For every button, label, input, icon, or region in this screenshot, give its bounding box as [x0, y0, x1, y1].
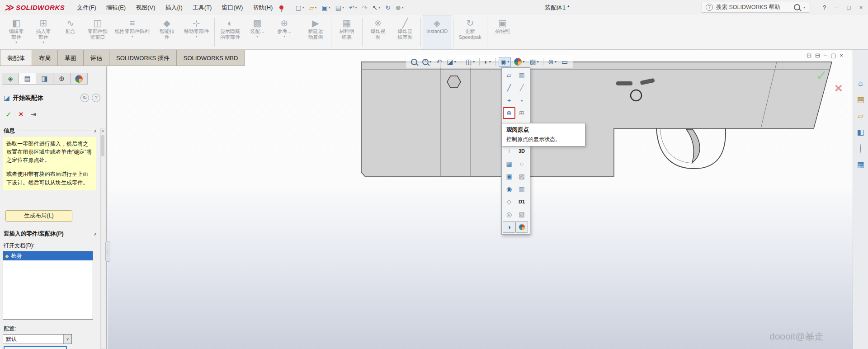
- ok-button[interactable]: ✓: [5, 110, 11, 119]
- bill-of-materials-button[interactable]: ▦材料明细表: [333, 15, 360, 49]
- dropdown-chevron-icon[interactable]: ▾: [315, 5, 316, 9]
- maximize-button[interactable]: □: [843, 0, 855, 15]
- graphics-viewport[interactable]: ▾↶◪▾◫▾◐▾◉▾▾▨▾⊛▾▭ ▱▥╱╱+▪⊕⊞∿⊥∪▭⊥3D▦○▣▨◉▥◇D…: [108, 50, 853, 349]
- appearances-icon[interactable]: [860, 144, 861, 154]
- info-section-header[interactable]: 信息 ∧: [4, 127, 97, 135]
- edit-component-button[interactable]: ◧编辑零部件▾: [3, 15, 30, 49]
- tab-sketch[interactable]: 草图: [58, 50, 84, 66]
- new-document-icon[interactable]: ▢▾: [293, 3, 306, 12]
- new-motion-study-button[interactable]: ▶新建运动算例: [302, 15, 329, 49]
- doc-split-icon[interactable]: ⊟: [815, 52, 820, 60]
- propertymanager-tab[interactable]: ▤: [19, 73, 36, 85]
- live-section-icon[interactable]: ▥: [515, 69, 528, 81]
- minimize-button[interactable]: –: [830, 0, 843, 15]
- displaymanager-tab[interactable]: [71, 73, 88, 85]
- view-annotations-icon[interactable]: ◎: [503, 208, 515, 220]
- undo-circle-icon[interactable]: ↻: [80, 94, 89, 102]
- rebuild-icon[interactable]: ↻: [383, 3, 392, 12]
- view-grid-icon[interactable]: ▦: [503, 158, 515, 170]
- menu-insert[interactable]: 插入(I): [160, 0, 188, 15]
- view-planes-icon[interactable]: ▱: [503, 69, 515, 81]
- featuremanager-tab[interactable]: ◈: [2, 73, 19, 85]
- move-component-button[interactable]: ⊹移动零部件▾: [180, 15, 212, 49]
- take-snapshot-button[interactable]: ▣拍快照: [489, 15, 516, 49]
- view-envelopes-icon[interactable]: ◇: [503, 196, 515, 208]
- dropdown-chevron-icon[interactable]: ▾: [523, 60, 524, 64]
- confirm-cancel-icon[interactable]: ×: [835, 80, 843, 96]
- custom-properties-icon[interactable]: ▦: [857, 160, 864, 170]
- view-3d-sketch-dimensions-icon[interactable]: 3D: [515, 145, 528, 157]
- tab-evaluate[interactable]: 评估: [84, 50, 109, 66]
- search-icon[interactable]: [794, 4, 800, 10]
- redo-icon[interactable]: ↷: [360, 3, 369, 12]
- insert-section-header[interactable]: 要插入的零件/装配体(P) ∧: [4, 230, 97, 238]
- linear-component-pattern-button[interactable]: ≡线性零部件阵列▾: [111, 15, 153, 49]
- view-coordinate-systems-icon[interactable]: ⊞: [515, 107, 528, 119]
- menu-tools[interactable]: 工具(T): [188, 0, 217, 15]
- view-axes-icon[interactable]: ╱: [503, 82, 515, 94]
- apply-scene-icon[interactable]: ▨▾: [528, 57, 540, 67]
- section-view-icon[interactable]: ◪▾: [445, 57, 458, 67]
- dropdown-chevron-icon[interactable]: ▾: [342, 5, 344, 9]
- dropdown-chevron-icon[interactable]: ▾: [537, 60, 538, 64]
- component-preview-window-button[interactable]: ◫零部件预览窗口: [84, 15, 111, 49]
- menu-edit[interactable]: 编辑(E): [101, 0, 131, 15]
- view-lights-icon[interactable]: ○: [515, 158, 528, 170]
- tab-solidworks-mbd[interactable]: SOLIDWORKS MBD: [177, 50, 245, 66]
- dropdown-chevron-icon[interactable]: ▾: [454, 60, 456, 64]
- tab-layout[interactable]: 布局: [32, 50, 58, 66]
- help-button[interactable]: ?: [818, 0, 830, 15]
- view-points-icon[interactable]: ▪: [515, 94, 528, 106]
- view-weld-beads-icon[interactable]: ◉: [503, 183, 515, 195]
- search-input[interactable]: 搜索 SOLIDWORKS 帮助: [716, 4, 791, 11]
- dropdown-chevron-icon[interactable]: ▾: [489, 60, 491, 64]
- view-sketch-points-icon[interactable]: +: [503, 94, 515, 106]
- view-temporary-axes-icon[interactable]: ╱: [515, 82, 528, 94]
- view-dimension-names-label[interactable]: D1: [515, 196, 528, 208]
- menu-file[interactable]: 文件(F): [72, 0, 101, 15]
- list-item-part[interactable]: ◆ 枪身: [3, 251, 93, 260]
- create-layout-button[interactable]: 生成布局(L): [5, 210, 72, 222]
- menu-window[interactable]: 窗口(W): [217, 0, 248, 15]
- open-icon[interactable]: ▱▾: [307, 3, 319, 12]
- view-orientation-icon[interactable]: ◫▾: [464, 57, 476, 67]
- view-origins-icon[interactable]: ⊕: [503, 107, 515, 119]
- dimxpertmanager-tab[interactable]: ⊕: [53, 73, 71, 85]
- insert-components-button[interactable]: ⊞插入零部件▾: [30, 15, 57, 49]
- select-icon[interactable]: ↖▾: [370, 3, 382, 12]
- dropdown-chevron-icon[interactable]: ▾: [402, 5, 404, 9]
- panel-help-icon[interactable]: ?: [92, 94, 100, 102]
- home-icon[interactable]: ⌂: [858, 79, 863, 89]
- previous-view-icon[interactable]: ↶: [434, 57, 444, 67]
- mate-button[interactable]: ∿配合: [57, 15, 84, 49]
- pin-menu-icon[interactable]: [279, 5, 283, 9]
- update-speedpak-button[interactable]: ↻更新Speedpak: [455, 15, 485, 49]
- assembly-model[interactable]: [108, 50, 853, 349]
- doc-pane-icon[interactable]: ⊡: [807, 52, 811, 60]
- dropdown-chevron-icon[interactable]: ▾: [355, 5, 357, 9]
- appearances-toggle-icon[interactable]: [515, 221, 528, 233]
- view-routing-points-icon[interactable]: ▥: [515, 183, 528, 195]
- open-documents-list[interactable]: ◆ 枪身: [3, 251, 93, 320]
- instant3d-button[interactable]: ◈Instant3D: [423, 15, 451, 49]
- view-cameras-icon[interactable]: ▣: [503, 170, 515, 182]
- doc-minimize-icon[interactable]: –: [824, 52, 827, 60]
- cancel-button[interactable]: ×: [19, 110, 23, 119]
- hide-all-types-icon[interactable]: ◑: [503, 221, 515, 233]
- menu-help[interactable]: 帮助(H): [248, 0, 278, 15]
- dropdown-chevron-icon[interactable]: ▾: [555, 60, 557, 64]
- keep-visible-pin-icon[interactable]: ⇥: [30, 110, 36, 118]
- print-icon[interactable]: ▤▾: [334, 3, 346, 12]
- dropdown-chevron-icon[interactable]: ▾: [329, 5, 330, 9]
- panel-splitter-handle[interactable]: ⋮: [105, 241, 110, 262]
- save-icon[interactable]: ▣▾: [320, 3, 332, 12]
- configuration-select[interactable]: 默认 ∨: [3, 334, 72, 344]
- collapse-chevron-icon[interactable]: ∧: [94, 129, 97, 133]
- view-palette-icon[interactable]: ◧: [857, 127, 864, 137]
- dropdown-chevron-icon[interactable]: ▾: [378, 5, 380, 9]
- configurationmanager-tab[interactable]: ◨: [36, 73, 53, 85]
- search-box[interactable]: ? 搜索 SOLIDWORKS 帮助 ▾: [702, 2, 809, 13]
- show-hidden-components-button[interactable]: ◐显示隐藏的零部件: [217, 15, 244, 49]
- view-settings-icon[interactable]: ⊛▾: [546, 57, 558, 67]
- view-parting-lines-icon[interactable]: ⊥: [503, 145, 515, 157]
